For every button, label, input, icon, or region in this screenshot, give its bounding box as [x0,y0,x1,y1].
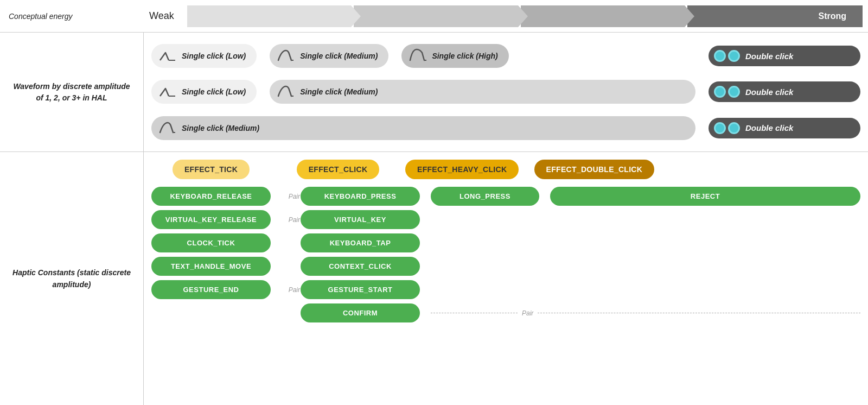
segment-1 [187,5,352,27]
virtual-key[interactable]: VIRTUAL_KEY [301,210,420,229]
body-container: Waveform by discrete amplitude of 1, 2, … [0,33,868,405]
energy-label-col: Conceptual energy [0,8,144,25]
energy-label: Conceptual energy [9,12,73,21]
haptic-label-area: Haptic Constants (static discrete amplit… [0,152,143,405]
pair-label-2: Pair [289,216,300,224]
arrow-bar: Strong [187,5,863,27]
left-labels: Waveform by discrete amplitude of 1, 2, … [0,33,144,405]
pill-medium-3[interactable]: Single click (Medium) [151,116,695,140]
reject[interactable]: REJECT [550,187,860,206]
haptic-constants-grid: KEYBOARD_RELEASE Pair VIRTUAL_KEY_RELEAS… [151,187,860,299]
dc-label-1: Double click [745,52,793,61]
context-click[interactable]: CONTEXT_CLICK [301,257,420,276]
pill-low-1[interactable]: Single click (Low) [151,44,257,68]
haptic-col-3: LONG_PRESS [431,187,539,206]
pair-label-3: Pair [289,286,300,294]
segment-2 [354,5,518,27]
haptic-label: Haptic Constants (static discrete amplit… [9,267,135,291]
waveform-label: Waveform by discrete amplitude of 1, 2, … [9,81,135,104]
medium-icon-3 [158,121,177,136]
weak-label: Weak [149,10,174,22]
keyboard-tap[interactable]: KEYBOARD_TAP [301,233,420,252]
waveform-row-2: Single click (Low) Single click (Medium) [151,80,860,104]
effect-click[interactable]: EFFECT_CLICK [297,160,380,179]
dc-pill-3[interactable]: Double click [709,118,860,138]
label-medium-3: Single click (Medium) [182,124,259,132]
dc-dots-1 [714,50,740,62]
pair-label-confirm: Pair [522,309,533,317]
effect-tick[interactable]: EFFECT_TICK [173,160,250,179]
pill-high-1[interactable]: Single click (High) [401,44,508,68]
segment-3 [521,5,685,27]
energy-row: Conceptual energy Weak Strong [0,0,868,33]
virtual-key-release[interactable]: VIRTUAL_KEY_RELEASE [151,210,271,229]
dc-dot-3a [714,122,726,134]
dc-dot-2a [714,86,726,98]
label-medium-1: Single click (Medium) [300,52,378,60]
dashed-line-confirm [431,313,518,313]
haptic-col-1: KEYBOARD_RELEASE Pair VIRTUAL_KEY_RELEAS… [151,187,271,299]
waveform-area: Single click (Low) Single click (Medium) [144,33,868,152]
dashed-line-confirm-2 [538,313,860,313]
pair-connector-confirm: Pair [431,309,860,317]
low-icon-1 [158,48,177,64]
effect-double-click[interactable]: EFFECT_DOUBLE_CLICK [534,160,655,179]
waveform-row-3: Single click (Medium) Double click [151,116,860,140]
main-container: Conceptual energy Weak Strong Waveform b… [0,0,868,405]
pill-low-2[interactable]: Single click (Low) [151,80,257,104]
pill-medium-1[interactable]: Single click (Medium) [270,44,388,68]
gesture-start[interactable]: GESTURE_START [301,280,420,299]
label-low-2: Single click (Low) [182,87,246,96]
haptic-content-area: EFFECT_TICK EFFECT_CLICK EFFECT_HEAVY_CL… [144,152,868,405]
dc-pill-2[interactable]: Double click [709,81,860,102]
dc-dot-1b [728,50,740,62]
dc-pill-1[interactable]: Double click [709,46,860,66]
strong-label: Strong [818,11,852,21]
confirm-row: CONFIRM Pair [301,303,860,322]
dc-label-3: Double click [745,123,793,132]
energy-content-col: Weak Strong [144,5,868,27]
low-icon-2 [158,84,177,99]
dc-label-2: Double click [745,87,793,97]
label-high-1: Single click (High) [432,52,497,60]
waveform-label-area: Waveform by discrete amplitude of 1, 2, … [0,33,143,152]
medium-icon-1 [276,48,296,64]
label-medium-2: Single click (Medium) [300,87,378,96]
segment-4: Strong [687,5,863,27]
clock-tick[interactable]: CLOCK_TICK [151,233,271,252]
text-handle-move[interactable]: TEXT_HANDLE_MOVE [151,257,271,276]
keyboard-release[interactable]: KEYBOARD_RELEASE [151,187,271,206]
waveform-row-1: Single click (Low) Single click (Medium) [151,44,860,68]
effect-heavy-click[interactable]: EFFECT_HEAVY_CLICK [405,160,519,179]
keyboard-press[interactable]: KEYBOARD_PRESS [301,187,420,206]
label-low-1: Single click (Low) [182,52,246,60]
effect-row: EFFECT_TICK EFFECT_CLICK EFFECT_HEAVY_CL… [151,160,860,179]
medium-icon-2 [276,84,296,99]
gesture-end[interactable]: GESTURE_END [151,280,271,299]
confirm[interactable]: CONFIRM [301,303,420,322]
dc-dots-3 [714,122,740,134]
pair-label-1: Pair [289,193,300,200]
dc-dot-2b [728,86,740,98]
haptic-col-2: KEYBOARD_PRESS VIRTUAL_KEY KEYBOARD_TAP … [301,187,420,299]
pill-medium-2[interactable]: Single click (Medium) [270,80,695,104]
dc-dots-2 [714,86,740,98]
high-icon-1 [408,48,427,64]
long-press[interactable]: LONG_PRESS [431,187,539,206]
dc-dot-3b [728,122,740,134]
right-content: Single click (Low) Single click (Medium) [144,33,868,405]
haptic-col-4: REJECT [550,187,860,206]
dc-dot-1a [714,50,726,62]
